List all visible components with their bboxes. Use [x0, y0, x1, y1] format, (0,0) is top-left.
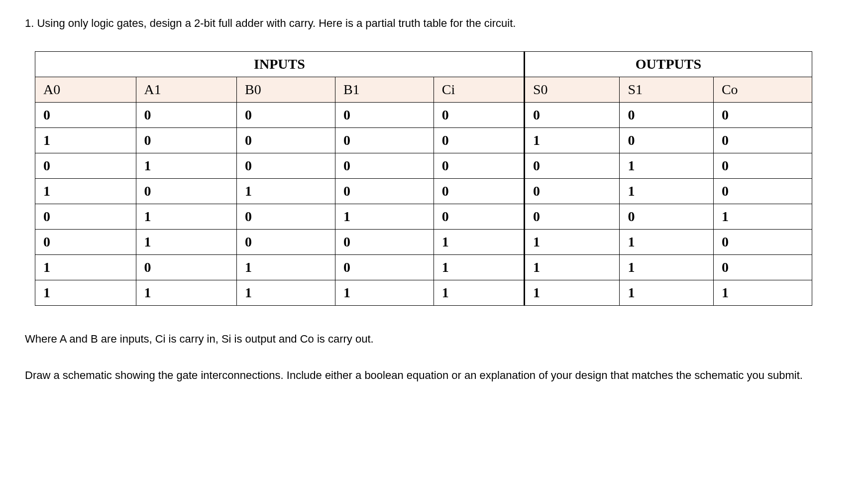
cell: 0 [35, 204, 136, 230]
cell: 1 [713, 204, 812, 230]
cell: 0 [136, 179, 237, 204]
col-b0: B0 [237, 77, 335, 103]
cell: 0 [713, 153, 812, 179]
cell: 1 [335, 280, 434, 306]
cell: 1 [524, 230, 620, 255]
cell: 0 [434, 179, 524, 204]
cell: 1 [35, 255, 136, 280]
col-a0: A0 [35, 77, 136, 103]
cell: 0 [35, 230, 136, 255]
table-row: 1 0 0 0 0 1 0 0 [35, 128, 812, 153]
cell: 1 [620, 230, 713, 255]
cell: 0 [237, 204, 335, 230]
cell: 0 [434, 128, 524, 153]
cell: 0 [35, 153, 136, 179]
cell: 0 [237, 153, 335, 179]
question-text: 1. Using only logic gates, design a 2-bi… [25, 15, 843, 31]
cell: 0 [335, 128, 434, 153]
outputs-header: OUTPUTS [524, 52, 812, 77]
cell: 0 [713, 128, 812, 153]
cell: 1 [237, 280, 335, 306]
cell: 0 [713, 103, 812, 128]
col-ci: Ci [434, 77, 524, 103]
cell: 1 [136, 153, 237, 179]
cell: 0 [335, 255, 434, 280]
cell: 1 [524, 255, 620, 280]
cell: 0 [136, 128, 237, 153]
cell: 1 [136, 230, 237, 255]
cell: 0 [136, 103, 237, 128]
cell: 0 [335, 179, 434, 204]
table-row: 1 0 1 0 0 0 1 0 [35, 179, 812, 204]
cell: 0 [524, 103, 620, 128]
cell: 0 [434, 153, 524, 179]
description-text: Where A and B are inputs, Ci is carry in… [25, 331, 843, 347]
cell: 0 [237, 128, 335, 153]
table-row: 0 0 0 0 0 0 0 0 [35, 103, 812, 128]
col-co: Co [713, 77, 812, 103]
table-row: 0 1 0 0 1 1 1 0 [35, 230, 812, 255]
cell: 0 [335, 153, 434, 179]
cell: 1 [620, 179, 713, 204]
cell: 0 [620, 103, 713, 128]
cell: 0 [434, 204, 524, 230]
instruction-text: Draw a schematic showing the gate interc… [25, 367, 843, 383]
cell: 0 [434, 103, 524, 128]
col-s1: S1 [620, 77, 713, 103]
table-row: 1 0 1 0 1 1 1 0 [35, 255, 812, 280]
cell: 0 [524, 179, 620, 204]
col-b1: B1 [335, 77, 434, 103]
cell: 1 [434, 255, 524, 280]
cell: 0 [713, 179, 812, 204]
cell: 1 [434, 280, 524, 306]
cell: 1 [136, 204, 237, 230]
cell: 0 [620, 128, 713, 153]
cell: 0 [335, 230, 434, 255]
inputs-header: INPUTS [35, 52, 525, 77]
cell: 1 [620, 255, 713, 280]
column-header-row: A0 A1 B0 B1 Ci S0 S1 Co [35, 77, 812, 103]
col-a1: A1 [136, 77, 237, 103]
cell: 1 [35, 280, 136, 306]
cell: 1 [434, 230, 524, 255]
cell: 1 [620, 280, 713, 306]
cell: 1 [620, 153, 713, 179]
cell: 1 [237, 179, 335, 204]
table-row: 0 1 0 0 0 0 1 0 [35, 153, 812, 179]
cell: 0 [620, 204, 713, 230]
cell: 1 [237, 255, 335, 280]
cell: 0 [713, 230, 812, 255]
cell: 1 [713, 280, 812, 306]
cell: 1 [136, 280, 237, 306]
truth-table: INPUTS OUTPUTS A0 A1 B0 B1 Ci S0 S1 Co 0… [35, 51, 812, 306]
cell: 1 [35, 179, 136, 204]
cell: 0 [713, 255, 812, 280]
cell: 1 [524, 280, 620, 306]
cell: 1 [524, 128, 620, 153]
cell: 0 [35, 103, 136, 128]
col-s0: S0 [524, 77, 620, 103]
cell: 1 [335, 204, 434, 230]
table-row: 1 1 1 1 1 1 1 1 [35, 280, 812, 306]
section-header-row: INPUTS OUTPUTS [35, 52, 812, 77]
cell: 0 [237, 103, 335, 128]
cell: 1 [35, 128, 136, 153]
cell: 0 [524, 204, 620, 230]
cell: 0 [524, 153, 620, 179]
table-body: 0 0 0 0 0 0 0 0 1 0 0 0 0 1 0 0 0 1 0 0 … [35, 103, 812, 306]
table-row: 0 1 0 1 0 0 0 1 [35, 204, 812, 230]
cell: 0 [335, 103, 434, 128]
cell: 0 [136, 255, 237, 280]
cell: 0 [237, 230, 335, 255]
